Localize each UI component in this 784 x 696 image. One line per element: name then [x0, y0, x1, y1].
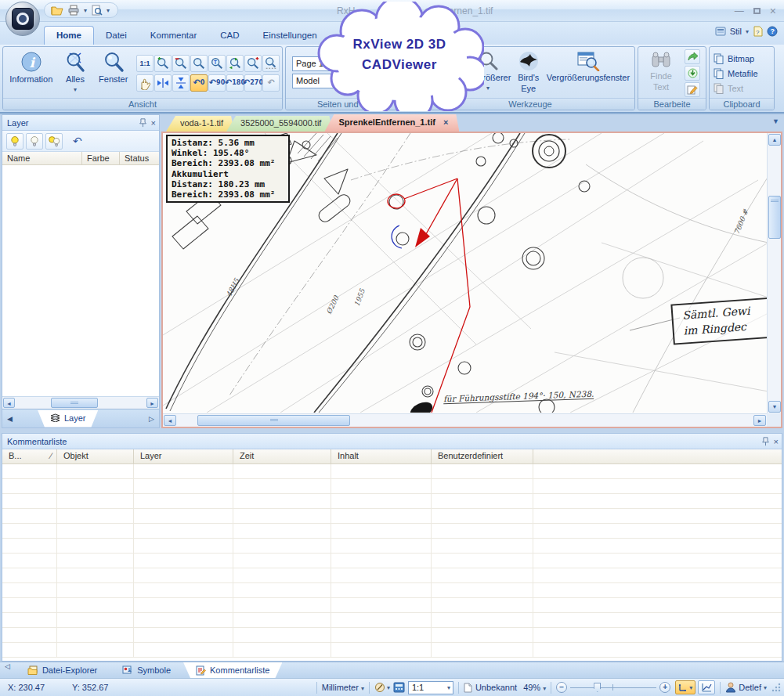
comment-col-inhalt[interactable]: Inhalt	[331, 449, 432, 463]
layer-panel-close-icon[interactable]: ×	[151, 118, 156, 128]
calculator-icon[interactable]	[393, 682, 405, 693]
layer-all-off-button[interactable]	[26, 133, 43, 150]
rotate-270-button[interactable]: ↶270	[244, 74, 262, 92]
zoom-scale-button[interactable]	[262, 55, 280, 72]
graph-mode-button[interactable]	[698, 680, 715, 694]
close-button[interactable]: ×	[770, 5, 776, 17]
tab-kommentarliste[interactable]: Kommentarliste	[183, 662, 282, 678]
comment-empty-row[interactable]	[2, 598, 782, 613]
comment-empty-row[interactable]	[2, 524, 782, 539]
zoom-in-button[interactable]	[154, 55, 172, 72]
pin-icon[interactable]	[762, 437, 769, 446]
doc-tab-sprenkel[interactable]: SprenkelEntfernen_1.tif×	[324, 114, 459, 132]
tab-datei[interactable]: Datei	[94, 27, 139, 45]
print-dropdown-arrow[interactable]: ▾	[84, 7, 87, 14]
print-preview-icon[interactable]	[91, 5, 103, 16]
zoom-fenster-button[interactable]: Fenster	[93, 49, 133, 98]
copy-text-button[interactable]: Text	[712, 81, 771, 96]
measure-settings-icon[interactable]	[374, 682, 387, 693]
birds-eye-button[interactable]: Bird's Eye	[513, 49, 544, 98]
doc-tab-close-icon[interactable]: ×	[443, 117, 448, 127]
zoom-previous-button[interactable]	[226, 55, 244, 72]
document-vscrollbar[interactable]: ▲ ▼	[767, 133, 781, 413]
edit-markup-button[interactable]	[685, 82, 700, 97]
information-button[interactable]: i Information	[5, 49, 57, 98]
tabs-scroll-right-icon[interactable]: ▷	[144, 415, 159, 423]
zoom-1to1-button[interactable]: 1:1	[136, 55, 154, 72]
comment-col-objekt[interactable]: Objekt	[57, 449, 134, 463]
tab-kommentar[interactable]: Kommentar	[139, 27, 208, 45]
comment-empty-row[interactable]	[2, 643, 782, 658]
layer-all-on-button[interactable]	[6, 133, 23, 150]
help-icon[interactable]: ?	[767, 26, 778, 37]
fit-width-button[interactable]	[154, 74, 172, 92]
user-dropdown-arrow[interactable]: ▾	[764, 684, 767, 691]
alles-dropdown-arrow[interactable]: ▾	[74, 85, 77, 95]
qat-customize-arrow[interactable]: ▾	[107, 7, 110, 14]
layer-list[interactable]	[2, 165, 159, 396]
comment-panel-close-icon[interactable]: ×	[774, 437, 779, 446]
open-folder-icon[interactable]	[51, 5, 63, 16]
doc-tab-list-arrow[interactable]: ▼	[772, 117, 779, 125]
measure-settings-arrow[interactable]: ▾	[387, 684, 390, 691]
tabs-scroll-left-icon[interactable]: ◀	[2, 415, 17, 423]
scroll-thumb[interactable]	[768, 196, 781, 239]
comment-col-benutzerdefiniert[interactable]: Benutzerdefiniert	[432, 449, 533, 463]
zoom-in-button[interactable]: +	[659, 682, 670, 693]
comment-empty-row[interactable]	[2, 464, 782, 479]
scroll-up-arrow[interactable]: ▲	[768, 134, 781, 146]
comment-empty-row[interactable]	[2, 568, 782, 583]
style-menu[interactable]: Stil ▾ ? ?	[715, 26, 778, 37]
comment-empty-row[interactable]	[2, 628, 782, 643]
rotate-90-button[interactable]: ↶90	[208, 74, 226, 92]
scroll-down-arrow[interactable]: ▼	[768, 401, 781, 413]
scale-combo[interactable]: 1:1 ▾	[408, 681, 453, 694]
tab-symbole[interactable]: Symbole	[110, 662, 183, 678]
zoom-alles-button[interactable]: Alles ▾	[57, 49, 94, 98]
vergroesserungsfenster-button[interactable]: Vergrößerungsfenster	[544, 49, 632, 98]
print-icon[interactable]	[67, 5, 80, 16]
zoom-extent-button[interactable]	[244, 55, 262, 72]
resize-grip[interactable]	[771, 683, 781, 692]
import-markup-button[interactable]	[685, 66, 700, 81]
document-hscrollbar[interactable]: ◄ ►	[163, 413, 767, 427]
comment-empty-row[interactable]	[2, 539, 782, 554]
tab-home[interactable]: Home	[44, 26, 94, 45]
zoom-slider-track[interactable]	[570, 682, 656, 693]
scroll-right-arrow[interactable]: ►	[146, 398, 158, 408]
minimize-button[interactable]: —	[735, 5, 744, 16]
application-menu-button[interactable]	[5, 2, 40, 36]
coordinate-mode-arrow[interactable]: ▾	[689, 684, 692, 691]
cad-canvas[interactable]: 48H5 Ø200 1955 7600 # Distanz: 5.36 mm W…	[163, 133, 781, 427]
unit-selector[interactable]: Millimeter ▾	[322, 683, 364, 692]
layer-tab[interactable]: Layer	[38, 410, 99, 427]
help-doc-icon[interactable]: ?	[753, 26, 763, 37]
doc-tab-3525000[interactable]: 3525000_5594000.tif	[226, 116, 332, 132]
comment-col-zeit[interactable]: Zeit	[233, 449, 331, 463]
scroll-right-arrow[interactable]: ►	[753, 415, 766, 426]
comment-empty-row[interactable]	[2, 509, 782, 524]
comment-col-b[interactable]: B...∕	[2, 449, 57, 463]
rotate-custom-button[interactable]: ↶	[262, 74, 280, 92]
comment-empty-row[interactable]	[2, 494, 782, 509]
comment-empty-row[interactable]	[2, 479, 782, 494]
vergroesserer-dropdown-arrow[interactable]: ▾	[486, 84, 490, 93]
scroll-thumb[interactable]	[51, 398, 98, 408]
tab-cad[interactable]: CAD	[208, 27, 251, 45]
scroll-thumb[interactable]	[197, 415, 350, 426]
coordinate-mode-button[interactable]: ▾	[675, 680, 695, 694]
tab-datei-explorer[interactable]: Datei-Explorer	[15, 662, 110, 678]
copy-bitmap-button[interactable]: Bitmap	[712, 51, 771, 66]
zoom-out-button[interactable]: −	[556, 682, 567, 693]
scroll-left-arrow[interactable]: ◄	[3, 398, 15, 408]
doc-tab-voda[interactable]: voda-1-1.tif	[166, 116, 234, 132]
maximize-button[interactable]	[753, 8, 761, 14]
fit-height-button[interactable]	[172, 74, 190, 92]
copy-metafile-button[interactable]: Metafile	[712, 66, 771, 81]
pin-icon[interactable]	[139, 118, 146, 128]
export-markup-button[interactable]	[685, 49, 700, 64]
scroll-left-arrow[interactable]: ◄	[164, 415, 176, 426]
layer-col-farbe[interactable]: Farbe	[82, 152, 120, 164]
rotate-180-button[interactable]: ↶180	[226, 74, 244, 92]
zoom-page-button[interactable]: T	[208, 55, 226, 72]
